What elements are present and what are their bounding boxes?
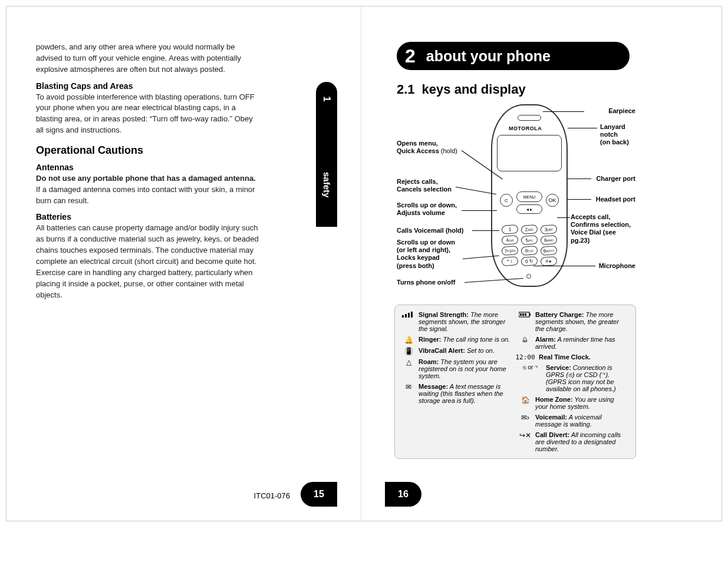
- section-name: keys and display: [422, 82, 526, 97]
- footer-doc-code: ITC01-076: [254, 491, 290, 500]
- callout-accept: Accepts call, Confirms selection, Voice …: [571, 213, 635, 244]
- signal-strength-icon: [402, 311, 415, 319]
- callout-charger: Charger port: [596, 175, 635, 183]
- icon-row-voicemail: ✉› Voicemail: A voicemail message is wai…: [519, 414, 628, 428]
- heading-batteries: Batteries: [36, 212, 260, 222]
- icon-row-message: ✉ Message: A text message is waiting (th…: [402, 383, 512, 404]
- icon-row-service: ⎋ or ↷ Service: Connection is GPRS (⎋) o…: [519, 364, 628, 392]
- icon-row-roam: △ Roam: The system you are registered on…: [402, 358, 512, 379]
- heading-antennas: Antennas: [36, 163, 260, 172]
- svg-rect-8: [525, 313, 526, 316]
- intro-paragraph: powders, and any other area where you wo…: [36, 42, 260, 75]
- page-number-right: 16: [385, 482, 421, 507]
- tab-chapter-number: 1: [321, 97, 332, 102]
- roam-icon: △: [402, 358, 415, 366]
- phone-diagram: MOTOROLA C MENU OK ◂ ▸ 12ABC3DEF 4GHI5JK…: [397, 104, 635, 299]
- antennas-rest: If a damaged antenna comes into contact …: [36, 185, 255, 205]
- page-spread: powders, and any other area where you wo…: [6, 6, 722, 521]
- callout-opens-menu: Opens menu, Quick Access (hold): [397, 140, 457, 155]
- icon-row-alarm: 🕭 Alarm: A reminder time has arrived.: [519, 336, 628, 350]
- icon-row-clock: 12:00 Real Time Clock.: [519, 353, 628, 361]
- page-number-left: 15: [301, 482, 337, 507]
- antennas-bold: Do not use any portable phone that has a…: [36, 174, 256, 183]
- display-icons-panel: Signal Strength: The more segments shown…: [394, 305, 636, 459]
- alarm-icon: 🕭: [519, 336, 532, 343]
- icon-row-homezone: 🏠 Home Zone: You are using your home sys…: [519, 396, 628, 410]
- clock-icon: 12:00: [515, 353, 535, 361]
- icon-row-signal: Signal Strength: The more segments shown…: [402, 311, 512, 332]
- chapter-number: 2: [405, 45, 416, 67]
- icons-right-column: Battery Charge: The more segments shown,…: [519, 311, 628, 452]
- section-title: 2.1keys and display: [397, 82, 692, 97]
- side-tab-safety: 1 safety: [316, 82, 337, 227]
- service-icon: ⎋ or ↷: [519, 364, 542, 371]
- bell-icon: 🔔: [402, 336, 415, 343]
- heading-blasting: Blasting Caps and Areas: [36, 81, 260, 91]
- page-right: 16 2 about your phone 2.1keys and displa…: [361, 6, 722, 521]
- icons-left-column: Signal Strength: The more segments shown…: [402, 311, 512, 452]
- svg-rect-6: [520, 313, 522, 316]
- svg-rect-0: [402, 315, 404, 318]
- phone-brand: MOTOROLA: [509, 125, 542, 131]
- svg-rect-7: [522, 313, 524, 316]
- call-divert-icon: ↪✕: [519, 431, 532, 439]
- phone-speaker: [518, 115, 541, 121]
- icon-row-vibracall: 📳 VibraCall Alert: Set to on.: [402, 347, 512, 355]
- callout-lanyard: Lanyard notch (on back): [600, 123, 635, 147]
- voicemail-icon: ✉›: [519, 414, 532, 421]
- blasting-paragraph: To avoid possible interference with blas…: [36, 92, 260, 136]
- phone-midkeys: C MENU OK ◂ ▸: [500, 191, 559, 221]
- section-number: 2.1: [397, 82, 415, 97]
- callout-scrolls-volume: Scrolls up or down, Adjusts volume: [397, 201, 457, 217]
- svg-rect-2: [408, 313, 410, 318]
- phone-mic: [526, 274, 531, 279]
- svg-rect-1: [405, 314, 407, 318]
- svg-rect-3: [411, 312, 413, 318]
- icon-row-battery: Battery Charge: The more segments shown,…: [519, 311, 628, 332]
- phone-screen: [497, 135, 562, 171]
- phone-keypad: 12ABC3DEF 4GHI5JKL6MNO 7PQRS8TUV9WXYZ * …: [502, 225, 557, 267]
- callout-voicemail: Calls Voicemail (hold): [397, 227, 464, 234]
- chapter-banner: 2 about your phone: [397, 42, 630, 70]
- callout-scrolls-keypad: Scrolls up or down (or left and right), …: [397, 239, 455, 270]
- antennas-paragraph: Do not use any portable phone that has a…: [36, 173, 260, 207]
- callout-rejects: Rejects calls, Cancels selection: [397, 178, 452, 193]
- callout-headset: Headset port: [596, 196, 635, 203]
- page-left: powders, and any other area where you wo…: [6, 6, 361, 521]
- icon-row-ringer: 🔔 Ringer: The call ring tone is on.: [402, 336, 512, 343]
- chapter-title: about your phone: [426, 48, 551, 65]
- batteries-paragraph: All batteries can cause property damage …: [36, 223, 260, 300]
- tab-label: safety: [322, 172, 332, 197]
- envelope-icon: ✉: [402, 383, 415, 391]
- callout-power: Turns phone on/off: [397, 279, 455, 286]
- vibrate-icon: 📳: [402, 347, 415, 355]
- callout-earpiece: Earpiece: [608, 107, 635, 115]
- battery-icon: [519, 311, 532, 319]
- icon-row-divert: ↪✕ Call Divert: All incoming calls are d…: [519, 431, 628, 452]
- callout-microphone: Microphone: [599, 262, 635, 270]
- heading-operational: Operational Cautions: [36, 144, 260, 157]
- svg-rect-5: [529, 313, 531, 316]
- home-icon: 🏠: [519, 396, 532, 404]
